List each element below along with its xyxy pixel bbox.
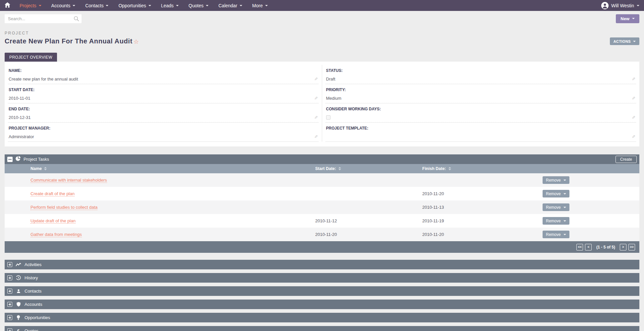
task-name-link[interactable]: Gather data from meetings (30, 232, 82, 237)
panel-activities[interactable]: Activities (5, 260, 639, 269)
chevron-down-icon (632, 18, 635, 19)
pagination-first-button[interactable]: << (576, 244, 583, 250)
task-start-date: 2010-11-20 (315, 232, 422, 237)
sort-arrows-icon[interactable] (448, 167, 451, 170)
panel-opportunities[interactable]: Opportunities (5, 313, 639, 322)
actions-button-label: ACTIONS (614, 39, 631, 43)
user-menu[interactable]: Will Westin (601, 2, 639, 9)
remove-task-button[interactable]: Remove (543, 190, 569, 197)
remove-task-button[interactable]: Remove (543, 203, 569, 211)
panel-quotes[interactable]: £ Quotes (5, 326, 639, 331)
search-input[interactable] (5, 14, 82, 23)
column-header-name[interactable]: Name (30, 166, 42, 171)
remove-task-button[interactable]: Remove (543, 176, 569, 184)
panel-accounts[interactable]: Accounts (5, 300, 639, 309)
table-row: Communicate with internal stakeholders R… (5, 173, 639, 187)
panel-history[interactable]: History (5, 273, 639, 283)
nav-item-quotes[interactable]: Quotes (189, 3, 208, 8)
panel-label: Accounts (25, 302, 42, 307)
panel-label: Opportunities (25, 315, 50, 320)
panel-contacts[interactable]: Contacts (5, 286, 639, 296)
panel-label: Activities (25, 262, 41, 267)
pagination-next-button[interactable]: > (620, 244, 626, 250)
search-toolbar: New (0, 11, 644, 26)
remove-button-label: Remove (546, 219, 561, 223)
remove-button-label: Remove (546, 205, 561, 210)
pound-icon: £ (16, 328, 21, 331)
edit-pencil-icon[interactable]: ✎ (632, 77, 635, 82)
pagination-prev-button[interactable]: < (585, 244, 592, 250)
column-header-start-date[interactable]: Start Date: (315, 166, 336, 171)
field-value: Create new plan for the annual audit (9, 77, 78, 82)
nav-item-calendar[interactable]: Calendar (218, 3, 242, 8)
home-button[interactable] (5, 2, 10, 9)
chevron-down-icon (563, 193, 566, 194)
task-finish-date: 2010-11-19 (422, 218, 538, 223)
edit-pencil-icon[interactable]: ✎ (314, 115, 318, 120)
field-label: PRIORITY: (326, 87, 636, 92)
tasks-pagination-bar: << < (1 - 5 of 5) > >> (5, 241, 639, 253)
chevron-down-icon (148, 5, 151, 6)
page-title: Create New Plan For The Annual Audit (5, 37, 133, 45)
create-task-button[interactable]: Create (615, 156, 637, 163)
nav-item-leads[interactable]: Leads (161, 3, 179, 8)
expand-plus-icon[interactable] (7, 289, 12, 294)
tab-project-overview[interactable]: PROJECT OVERVIEW (5, 53, 57, 62)
nav-item-opportunities[interactable]: Opportunities (118, 3, 151, 8)
new-button[interactable]: New (616, 14, 639, 23)
consider-working-days-checkbox[interactable] (326, 115, 330, 120)
nav-item-label: Accounts (51, 3, 71, 8)
sort-arrows-icon[interactable] (338, 167, 341, 170)
edit-pencil-icon[interactable]: ✎ (314, 96, 318, 101)
nav-item-label: Calendar (218, 3, 237, 8)
edit-pencil-icon[interactable]: ✎ (632, 115, 635, 120)
remove-button-label: Remove (546, 178, 561, 183)
favorite-star-icon[interactable]: ☆ (134, 38, 139, 45)
main-menu: Projects Accounts Contacts Opportunities… (20, 3, 268, 8)
field-value: Medium (326, 96, 341, 101)
nav-item-projects[interactable]: Projects (20, 3, 41, 8)
edit-pencil-icon[interactable]: ✎ (314, 134, 318, 139)
person-icon (16, 289, 21, 294)
edit-pencil-icon[interactable]: ✎ (632, 134, 635, 139)
remove-task-button[interactable]: Remove (543, 217, 569, 225)
task-finish-date: 2010-11-20 (422, 191, 538, 196)
history-clock-icon (16, 275, 21, 280)
chevron-down-icon (563, 220, 566, 222)
user-avatar-icon (601, 2, 609, 9)
expand-plus-icon[interactable] (7, 315, 12, 320)
collapse-minus-icon[interactable] (7, 157, 13, 162)
pagination-last-button[interactable]: >> (628, 244, 635, 250)
actions-button[interactable]: ACTIONS (610, 37, 639, 45)
home-icon (5, 2, 10, 9)
expand-plus-icon[interactable] (7, 262, 12, 267)
chevron-down-icon (206, 5, 208, 6)
new-button-label: New (620, 16, 629, 21)
task-finish-date: 2010-11-13 (422, 205, 538, 210)
task-name-link[interactable]: Update draft of the plan (30, 218, 76, 224)
expand-plus-icon[interactable] (7, 328, 12, 331)
nav-item-more[interactable]: More (252, 3, 268, 8)
field-status: STATUS: Draft ✎ (325, 65, 636, 84)
remove-task-button[interactable]: Remove (543, 231, 569, 238)
expand-plus-icon[interactable] (7, 302, 12, 307)
field-value: Administrator (9, 134, 34, 139)
line-chart-icon (16, 263, 21, 267)
field-label: NAME: (9, 68, 318, 73)
chevron-down-icon (563, 234, 566, 235)
nav-item-label: Contacts (85, 3, 103, 8)
task-name-link[interactable]: Perform field studies to collect data (30, 205, 97, 210)
column-header-finish-date[interactable]: Finish Date: (422, 166, 446, 171)
nav-item-contacts[interactable]: Contacts (85, 3, 108, 8)
chevron-down-icon (39, 5, 41, 6)
sort-arrows-icon[interactable] (44, 167, 47, 170)
field-label: PROJECT MANAGER: (9, 126, 318, 131)
task-name-link[interactable]: Create draft of the plan (30, 191, 75, 196)
nav-item-accounts[interactable]: Accounts (51, 3, 76, 8)
expand-plus-icon[interactable] (7, 275, 12, 280)
task-name-link[interactable]: Communicate with internal stakeholders (30, 178, 107, 183)
edit-pencil-icon[interactable]: ✎ (314, 77, 318, 82)
field-priority: PRIORITY: Medium ✎ (325, 84, 636, 103)
search-icon[interactable] (74, 16, 79, 23)
edit-pencil-icon[interactable]: ✎ (632, 96, 635, 101)
